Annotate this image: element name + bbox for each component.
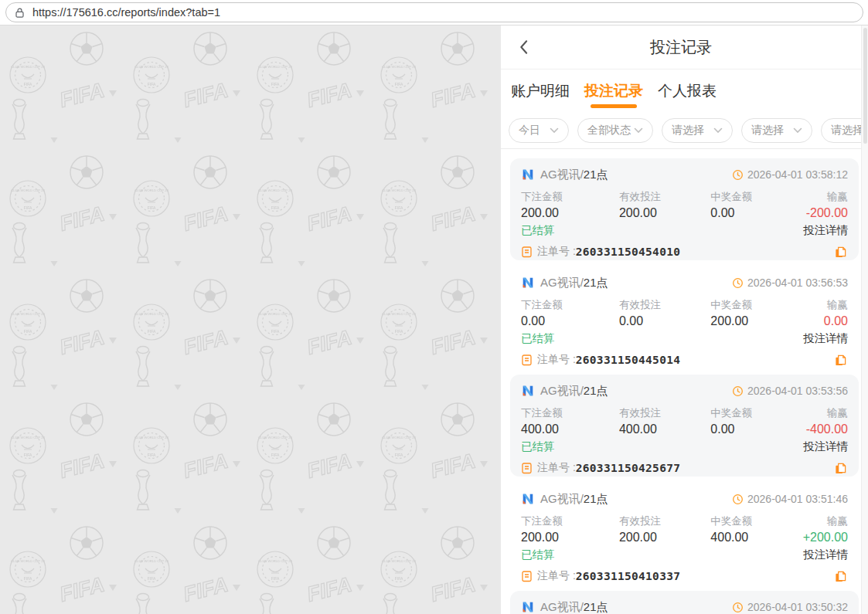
label-win-loss: 输赢: [789, 298, 848, 312]
filter-dropdown[interactable]: 请选择: [662, 118, 733, 143]
label-win-amount: 中奖金额: [710, 406, 789, 420]
copy-button[interactable]: [832, 244, 848, 260]
game-name: AG视讯/21点: [540, 168, 608, 182]
win-amount-value: 0.00: [710, 206, 789, 220]
bet-amount-value: 0.00: [521, 314, 619, 328]
bet-amount-value: 200.00: [521, 531, 619, 544]
bet-time: 2026-04-01 03:58:12: [747, 168, 848, 181]
amount-labels-row: 下注金额 有效投注 中奖金额 输赢: [521, 189, 848, 205]
bet-time: 2026-04-01 03:51:46: [747, 493, 848, 505]
browser-top-bar: https://175616.cc/reports/index?tab=1: [0, 0, 868, 25]
label-bet-amount: 下注金额: [521, 190, 619, 204]
filter-dropdown[interactable]: 全部状态: [577, 118, 653, 143]
ag-game-logo-icon: [521, 276, 535, 290]
copy-button[interactable]: [832, 460, 848, 476]
label-win-loss: 输赢: [789, 514, 848, 528]
amount-values-row: 400.00 400.00 0.00 -400.00: [521, 421, 848, 438]
copy-icon: [834, 570, 847, 583]
label-valid-bet: 有效投注: [619, 298, 710, 312]
ag-game-logo-icon: [521, 168, 535, 181]
bet-record-card: AG视讯/21点 2026-04-01 03:53:56 下注金额 有效投注 中…: [510, 375, 859, 477]
page-content: CLUB WORLD CUP 23 FIFA FIFA: [0, 25, 868, 614]
order-number: 260331150445014: [576, 354, 680, 366]
bet-detail-link[interactable]: 投注详情: [803, 223, 848, 238]
label-win-amount: 中奖金额: [710, 514, 789, 528]
url-text: https://175616.cc/reports/index?tab=1: [32, 6, 220, 19]
win-loss-value: -400.00: [789, 422, 848, 436]
order-label: 注单号 :: [537, 461, 576, 475]
scrollbar-thumb[interactable]: [863, 28, 867, 144]
status-badge: 已结算: [521, 439, 555, 454]
bet-detail-link[interactable]: 投注详情: [803, 439, 848, 454]
amount-values-row: 200.00 200.00 0.00 -200.00: [521, 205, 848, 222]
win-loss-value: +200.00: [789, 531, 848, 544]
bet-amount-value: 400.00: [521, 422, 619, 436]
order-row: 注单号 : 260331150425677: [521, 460, 848, 477]
amount-labels-row: 下注金额 有效投注 中奖金额 输赢: [521, 297, 848, 313]
order-note-icon: [521, 570, 533, 582]
status-badge: 已结算: [521, 331, 555, 346]
valid-bet-value: 200.00: [619, 531, 710, 544]
label-win-loss: 输赢: [789, 406, 848, 420]
ag-game-logo-icon: [521, 384, 535, 398]
label-win-amount: 中奖金额: [710, 190, 789, 204]
filter-label: 请选择: [831, 124, 861, 137]
game-name: AG视讯/21点: [540, 276, 608, 290]
valid-bet-value: 0.00: [619, 314, 710, 328]
order-note-icon: [521, 462, 533, 474]
filter-dropdown[interactable]: 请选择: [741, 118, 812, 143]
address-bar[interactable]: https://175616.cc/reports/index?tab=1: [5, 2, 863, 22]
copy-icon: [834, 462, 847, 475]
page-title: 投注记录: [650, 37, 712, 58]
window-scrollbar[interactable]: [861, 25, 868, 614]
bet-detail-link[interactable]: 投注详情: [803, 331, 848, 346]
order-number: 260331150454010: [576, 246, 680, 258]
tab-personal-report[interactable]: 个人报表: [658, 70, 717, 112]
ag-game-logo-icon: [521, 600, 535, 614]
win-amount-value: 0.00: [710, 422, 789, 436]
status-row: 已结算 投注详情: [521, 331, 848, 346]
copy-button[interactable]: [832, 568, 848, 584]
bet-time: 2026-04-01 03:53:56: [747, 385, 848, 397]
bet-time: 2026-04-01 03:56:53: [747, 276, 848, 289]
bet-detail-link[interactable]: 投注详情: [803, 548, 848, 562]
chevron-down-icon: [634, 127, 643, 134]
panel-header: 投注记录: [501, 25, 861, 70]
order-label: 注单号 :: [537, 569, 576, 583]
order-row: 注单号 : 260331150410337: [521, 568, 848, 585]
clock-icon: [732, 169, 744, 181]
bet-amount-value: 200.00: [521, 206, 619, 220]
status-row: 已结算 投注详情: [521, 222, 848, 238]
status-row: 已结算 投注详情: [521, 547, 848, 562]
game-name: AG视讯/21点: [540, 492, 608, 507]
order-note-icon: [521, 354, 533, 366]
filter-label: 今日: [519, 124, 540, 137]
label-bet-amount: 下注金额: [521, 298, 619, 312]
status-badge: 已结算: [521, 223, 555, 238]
card-header-row: AG视讯/21点 2026-04-01 03:56:53: [521, 274, 848, 291]
clock-icon: [732, 494, 744, 505]
order-number: 260331150425677: [576, 462, 680, 474]
status-badge: 已结算: [521, 548, 555, 562]
order-row: 注单号 : 260331150454010: [521, 243, 848, 260]
bet-records-panel: 投注记录 账户明细 投注记录 个人报表 今日 全部状态 请选择 请选择 请选择: [501, 25, 861, 614]
filter-label: 请选择: [751, 124, 784, 137]
copy-button[interactable]: [832, 352, 848, 368]
bet-record-card: AG视讯/21点 2026-04-01 03:56:53 下注金额 有效投注 中…: [510, 266, 859, 368]
bet-record-card: AG视讯/21点 2026-04-01 03:58:12 下注金额 有效投注 中…: [510, 158, 859, 260]
label-valid-bet: 有效投注: [619, 190, 710, 204]
label-win-amount: 中奖金额: [710, 298, 789, 312]
back-button[interactable]: [513, 37, 533, 57]
tab-bet-records[interactable]: 投注记录: [584, 70, 643, 112]
chevron-down-icon: [713, 127, 723, 134]
filter-dropdown[interactable]: 请选择: [821, 118, 861, 143]
order-label: 注单号 :: [537, 245, 576, 259]
filter-dropdown[interactable]: 今日: [509, 118, 569, 143]
bet-record-card: AG视讯/21点 2026-04-01 03:50:32 下注金额 有效投注 中…: [510, 591, 859, 614]
label-valid-bet: 有效投注: [619, 514, 710, 528]
clock-icon: [732, 602, 744, 613]
win-loss-value: -200.00: [789, 206, 848, 220]
filter-label: 请选择: [672, 124, 704, 137]
status-row: 已结算 投注详情: [521, 439, 848, 454]
tab-account-detail[interactable]: 账户明细: [511, 70, 570, 112]
